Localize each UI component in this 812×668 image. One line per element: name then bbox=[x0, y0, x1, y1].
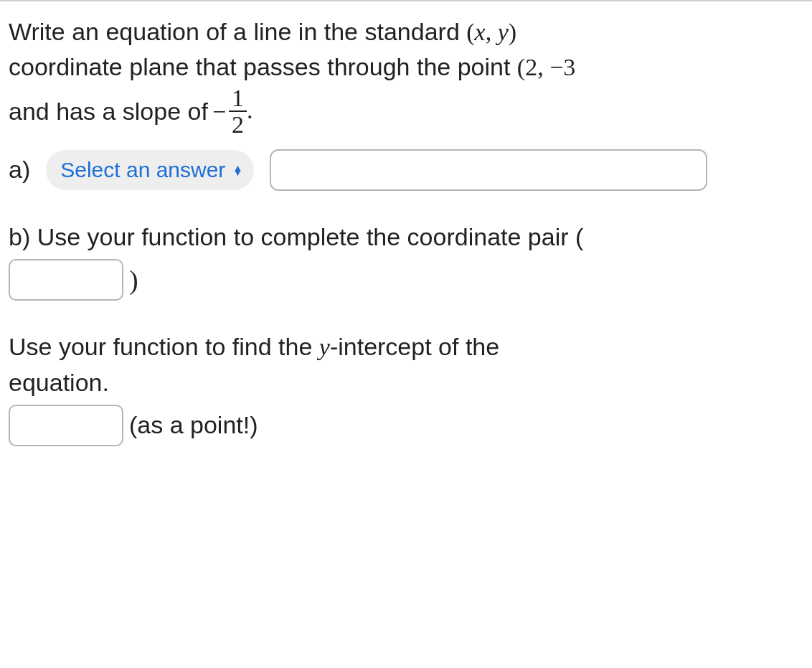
part-c-line-2: equation. bbox=[9, 365, 812, 400]
part-c-text-b: -intercept of the bbox=[330, 333, 499, 360]
slope-value: −12. bbox=[212, 85, 253, 138]
close-paren: ) bbox=[129, 260, 138, 300]
y-variable: y bbox=[319, 334, 330, 360]
question-page: Write an equation of a line in the stand… bbox=[0, 0, 812, 465]
question-prompt: Write an equation of a line in the stand… bbox=[9, 14, 812, 191]
point-value: (2, −3 bbox=[517, 54, 576, 80]
y-intercept-hint: (as a point!) bbox=[129, 408, 258, 443]
part-c-line-1: Use your function to find the y-intercep… bbox=[9, 329, 812, 364]
equation-input[interactable] bbox=[270, 149, 707, 191]
part-b-line-1: b) Use your function to complete the coo… bbox=[9, 220, 812, 255]
xy-pair: (x, y) bbox=[466, 19, 516, 45]
y-intercept-input[interactable] bbox=[9, 405, 123, 446]
prompt-text-1: Write an equation of a line in the stand… bbox=[9, 18, 466, 45]
part-a-row: a) Select an answer ▲▼ bbox=[9, 149, 812, 191]
part-b-text: b) Use your function to complete the coo… bbox=[9, 223, 583, 250]
part-c-answer-row: (as a point!) bbox=[9, 405, 812, 446]
part-b-block: b) Use your function to complete the coo… bbox=[9, 220, 812, 301]
prompt-line-2: coordinate plane that passes through the… bbox=[9, 50, 812, 85]
prompt-line-3: and has a slope of −12. bbox=[9, 85, 812, 138]
part-b-line-2: ) bbox=[9, 259, 812, 301]
coordinate-y-input[interactable] bbox=[9, 259, 123, 301]
prompt-text-3: and has a slope of bbox=[9, 94, 208, 129]
chevron-up-down-icon: ▲▼ bbox=[232, 166, 242, 174]
part-c-block: Use your function to find the y-intercep… bbox=[9, 329, 812, 446]
prompt-text-2: coordinate plane that passes through the… bbox=[9, 53, 517, 80]
part-c-text-a: Use your function to find the bbox=[9, 333, 319, 360]
prompt-line-1: Write an equation of a line in the stand… bbox=[9, 14, 812, 50]
part-a-label: a) bbox=[9, 152, 30, 187]
select-placeholder-text: Select an answer bbox=[60, 154, 225, 186]
answer-type-select[interactable]: Select an answer ▲▼ bbox=[46, 150, 254, 190]
